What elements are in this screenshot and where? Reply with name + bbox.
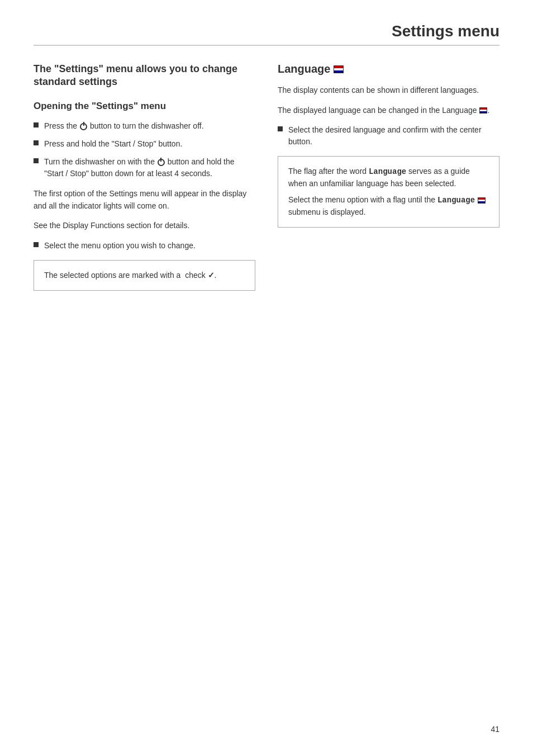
info-box-text: The selected options are marked with a c… bbox=[44, 270, 245, 281]
flag-icon bbox=[334, 65, 344, 73]
bold-language-word-2: Language bbox=[437, 196, 475, 205]
list-item: Turn the dishwasher on with the button a… bbox=[34, 156, 255, 179]
paragraph-language-changed: The displayed language can be changed in… bbox=[278, 105, 499, 117]
list-item-text: Select the desired language and confirm … bbox=[288, 124, 499, 147]
page-header: Settings menu bbox=[34, 22, 499, 46]
bullet-icon bbox=[34, 242, 39, 247]
bullet-icon bbox=[278, 126, 283, 131]
bullet-icon bbox=[34, 158, 39, 163]
check-symbol: ✓ bbox=[208, 271, 215, 280]
bullet-icon bbox=[34, 140, 39, 145]
power-icon bbox=[80, 123, 87, 130]
content-columns: The "Settings" menu allows you to change… bbox=[34, 63, 499, 291]
paragraph-display-functions: See the Display Functions section for de… bbox=[34, 220, 255, 232]
subsection-heading: Opening the "Settings" menu bbox=[34, 100, 255, 112]
page-container: Settings menu The "Settings" menu allows… bbox=[0, 0, 533, 756]
list-item-text: Press the button to turn the dishwasher … bbox=[44, 120, 204, 131]
list-item-text: Press and hold the "Start / Stop" button… bbox=[44, 138, 182, 149]
paragraph-first-option: The first option of the Settings menu wi… bbox=[34, 188, 255, 212]
list-item: Press and hold the "Start / Stop" button… bbox=[34, 138, 255, 149]
page-title: Settings menu bbox=[392, 22, 499, 40]
bullet-list-select: Select the menu option you wish to chang… bbox=[34, 240, 255, 251]
list-item-text: Select the menu option you wish to chang… bbox=[44, 240, 196, 251]
info-box-text-2: Select the menu option with a flag until… bbox=[288, 194, 489, 218]
flag-icon-info bbox=[478, 197, 486, 204]
list-item: Press the button to turn the dishwasher … bbox=[34, 120, 255, 131]
page-number: 41 bbox=[491, 725, 499, 734]
left-column: The "Settings" menu allows you to change… bbox=[34, 63, 255, 291]
language-heading-text: Language bbox=[278, 63, 330, 75]
bullet-list-opening: Press the button to turn the dishwasher … bbox=[34, 120, 255, 179]
bullet-list-language: Select the desired language and confirm … bbox=[278, 124, 499, 147]
bold-language-word: Language bbox=[369, 167, 406, 176]
list-item: Select the desired language and confirm … bbox=[278, 124, 499, 147]
flag-icon-inline bbox=[479, 107, 487, 114]
bullet-icon bbox=[34, 122, 39, 127]
language-heading: Language bbox=[278, 63, 499, 75]
info-box-selected-options: The selected options are marked with a c… bbox=[34, 260, 255, 291]
paragraph-display-contents: The display contents can be shown in dif… bbox=[278, 84, 499, 97]
list-item: Select the menu option you wish to chang… bbox=[34, 240, 255, 251]
list-item-text: Turn the dishwasher on with the button a… bbox=[44, 156, 255, 179]
info-box-language: The flag after the word Language serves … bbox=[278, 156, 499, 228]
info-box-text-1: The flag after the word Language serves … bbox=[288, 166, 489, 190]
main-heading: The "Settings" menu allows you to change… bbox=[34, 63, 255, 89]
right-column: Language The display contents can be sho… bbox=[278, 63, 499, 291]
power-icon-2 bbox=[158, 159, 165, 166]
